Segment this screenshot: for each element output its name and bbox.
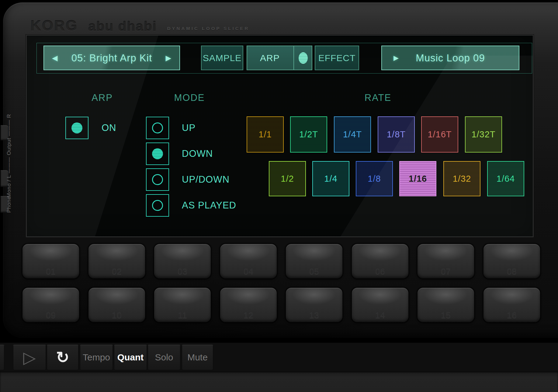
bottom-dock-strip xyxy=(0,371,558,392)
play-button[interactable]: ▷ xyxy=(13,345,46,370)
pad-04[interactable]: 04 xyxy=(220,244,277,278)
rate-1-4[interactable]: 1/4 xyxy=(312,161,349,196)
mode-label-updown: UP/DOWN xyxy=(182,168,230,191)
pad-06[interactable]: 06 xyxy=(352,244,408,278)
loop-selector[interactable]: ▶ Music Loop 09 xyxy=(381,46,519,70)
arp-lamp-icon xyxy=(299,52,308,64)
kit-next-icon[interactable]: ▶ xyxy=(166,54,172,62)
rate-section-title: RATE xyxy=(351,92,405,104)
rate-1-32t[interactable]: 1/32T xyxy=(465,116,502,153)
rate-1-16[interactable]: 1/16 xyxy=(399,161,436,196)
pad-02[interactable]: 02 xyxy=(88,244,145,278)
mode-radio-up[interactable] xyxy=(146,117,169,139)
arp-section-title: ARP xyxy=(75,92,129,104)
app-root: Mono / L ——— Output ——— R Phone KORG abu… xyxy=(0,0,558,392)
pad-16[interactable]: 16 xyxy=(483,288,540,322)
pad-15[interactable]: 15 xyxy=(418,288,474,322)
kit-selector[interactable]: ◀ 05: Bright Arp Kit ▶ xyxy=(43,46,180,70)
rate-1-8[interactable]: 1/8 xyxy=(356,161,393,196)
arp-on-radio[interactable] xyxy=(65,117,88,139)
tab-arp[interactable]: ARP xyxy=(247,46,312,70)
mute-button[interactable]: Mute xyxy=(182,345,213,370)
mode-section-title: MODE xyxy=(163,92,216,104)
tab-sample[interactable]: SAMPLE xyxy=(201,46,243,70)
pad-03[interactable]: 03 xyxy=(154,244,211,278)
mute-button-label: Mute xyxy=(187,352,208,363)
transport-toolbar: ▷ ↻ Tempo Quant Solo Mute xyxy=(0,343,558,371)
solo-button-label: Solo xyxy=(155,352,173,363)
loop-button[interactable]: ↻ xyxy=(47,345,78,370)
quant-button[interactable]: Quant xyxy=(114,345,147,370)
mode-radio-updown[interactable] xyxy=(146,168,169,191)
rate-1-64[interactable]: 1/64 xyxy=(487,161,524,196)
pad-14[interactable]: 14 xyxy=(352,288,408,322)
kit-prev-icon[interactable]: ◀ xyxy=(52,54,58,62)
rate-1-4t[interactable]: 1/4T xyxy=(334,116,371,153)
rate-1-1[interactable]: 1/1 xyxy=(247,116,284,153)
rate-1-2[interactable]: 1/2 xyxy=(269,161,306,196)
phone-jack-label: Phone xyxy=(6,186,12,223)
quant-button-label: Quant xyxy=(117,352,144,363)
mode-label-down: DOWN xyxy=(182,143,213,165)
pad-13[interactable]: 13 xyxy=(286,288,342,322)
tempo-button-label: Tempo xyxy=(83,352,110,363)
rate-1-16t[interactable]: 1/16T xyxy=(421,116,458,153)
arp-on-label: ON xyxy=(102,117,116,139)
pad-08[interactable]: 08 xyxy=(483,244,540,278)
pad-11[interactable]: 11 xyxy=(154,288,211,322)
loop-selector-label: Music Loop 09 xyxy=(416,52,485,64)
tab-effect-label: EFFECT xyxy=(318,53,356,63)
partial-button[interactable] xyxy=(0,345,4,370)
solo-button[interactable]: Solo xyxy=(148,345,180,370)
lcd-screen: ◀ 05: Bright Arp Kit ▶ SAMPLE ARP EFFECT… xyxy=(27,36,533,236)
tab-arp-label: ARP xyxy=(260,53,280,63)
pad-07[interactable]: 07 xyxy=(418,244,474,278)
play-icon: ▷ xyxy=(23,349,36,366)
loop-icon: ↻ xyxy=(56,349,69,365)
mode-radio-asplayed[interactable] xyxy=(146,194,169,217)
pad-05[interactable]: 05 xyxy=(286,244,342,278)
rate-1-8t[interactable]: 1/8T xyxy=(378,116,415,153)
logo-row: KORG abu dhabi DYNAMIC LOOP SLICER xyxy=(30,15,249,34)
mode-label-up: UP xyxy=(182,117,196,139)
loop-selector-icon: ▶ xyxy=(393,54,399,62)
mode-radio-down[interactable] xyxy=(146,143,169,165)
product-logo: abu dhabi xyxy=(88,19,157,34)
mode-label-asplayed: AS PLAYED xyxy=(182,194,236,217)
rate-1-2t[interactable]: 1/2T xyxy=(290,116,327,153)
tab-arp-divider xyxy=(293,46,294,70)
tab-effect[interactable]: EFFECT xyxy=(315,46,359,70)
product-tagline: DYNAMIC LOOP SLICER xyxy=(167,26,250,34)
tempo-button[interactable]: Tempo xyxy=(80,345,113,370)
pad-09[interactable]: 09 xyxy=(23,288,79,322)
pad-12[interactable]: 12 xyxy=(220,288,277,322)
tab-sample-label: SAMPLE xyxy=(203,53,242,63)
pad-01[interactable]: 01 xyxy=(23,244,79,278)
kit-selector-label: 05: Bright Arp Kit xyxy=(71,52,152,64)
rate-1-32[interactable]: 1/32 xyxy=(443,161,480,196)
pad-10[interactable]: 10 xyxy=(88,288,145,322)
korg-logo: KORG xyxy=(30,17,78,34)
